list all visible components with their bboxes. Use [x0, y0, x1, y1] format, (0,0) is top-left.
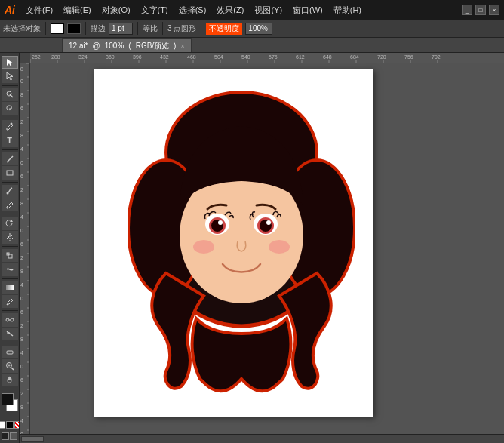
svg-text:8: 8: [20, 66, 23, 72]
mini-black-swatch[interactable]: [6, 421, 14, 429]
svg-line-19: [11, 368, 14, 370]
tool-select[interactable]: [2, 56, 18, 69]
svg-line-3: [7, 156, 13, 162]
svg-text:252: 252: [32, 54, 41, 60]
tool-magic-wand[interactable]: [2, 88, 18, 101]
svg-point-5: [6, 192, 8, 195]
tool-slice[interactable]: [2, 328, 18, 340]
svg-text:0: 0: [20, 228, 23, 233]
fg-color-swatch[interactable]: [2, 393, 14, 405]
options-bar: 未选择对象 描边 等比 3 点圆形 不透明度: [0, 20, 504, 38]
mini-color-swatches: [0, 421, 20, 429]
svg-text:6: 6: [20, 377, 23, 383]
title-bar: Ai 文件(F) 编辑(E) 对象(O) 文字(T) 选择(S) 效果(Z) 视…: [0, 0, 504, 20]
tool-sep-4: [2, 182, 18, 183]
canvas-area[interactable]: [30, 63, 504, 434]
svg-text:4: 4: [20, 146, 23, 152]
tool-eraser[interactable]: [2, 346, 18, 358]
tool-rect[interactable]: [2, 166, 18, 179]
tab-close-btn[interactable]: ×: [180, 42, 184, 50]
menu-edit[interactable]: 编辑(E): [59, 3, 96, 17]
menu-file[interactable]: 文件(F): [21, 3, 57, 17]
tool-direct-select[interactable]: [2, 69, 18, 82]
svg-text:4: 4: [20, 282, 23, 288]
menu-object[interactable]: 对象(O): [97, 3, 135, 17]
horizontal-scrollbar[interactable]: [20, 434, 504, 443]
svg-text:612: 612: [296, 54, 305, 60]
divider-5: [201, 22, 201, 35]
tool-pen[interactable]: [2, 120, 18, 133]
tool-blend[interactable]: [2, 313, 18, 326]
tool-sep-2: [2, 118, 18, 118]
canvas-wrapper: 252 288 324 360 396 432 46: [20, 53, 504, 443]
svg-rect-11: [6, 285, 14, 290]
tab-bar: 12.ai* @ 100% ( RGB/预览 ) ×: [0, 38, 504, 53]
tool-hand[interactable]: [2, 374, 18, 386]
horizontal-ruler: 252 288 324 360 396 432 46: [30, 53, 504, 63]
svg-text:2: 2: [20, 391, 23, 396]
tool-mirror[interactable]: [2, 231, 18, 244]
view-mode-btns: [2, 432, 17, 440]
tool-type[interactable]: T: [2, 134, 18, 147]
color-swatches: [0, 392, 20, 419]
svg-text:4: 4: [20, 418, 23, 423]
restore-btn[interactable]: □: [475, 5, 486, 15]
tool-lasso[interactable]: [2, 102, 18, 115]
tool-sep-9: [2, 343, 18, 343]
ruler-corner: [20, 53, 30, 63]
svg-point-118: [218, 220, 223, 225]
svg-text:360: 360: [106, 54, 115, 60]
tab-zoom: @: [93, 42, 100, 50]
tool-line[interactable]: [2, 152, 18, 165]
vertical-ruler: 8 0 8 6 2 8 4 0: [20, 63, 30, 434]
preview-mode-btn[interactable]: [10, 432, 17, 440]
svg-rect-17: [7, 351, 13, 354]
mini-none-2-swatch[interactable]: [14, 421, 20, 429]
svg-text:756: 756: [404, 54, 413, 60]
menu-text[interactable]: 文字(T): [137, 3, 173, 17]
menu-select[interactable]: 选择(S): [174, 3, 211, 17]
menu-view[interactable]: 视图(Y): [250, 3, 287, 17]
close-btn[interactable]: ×: [489, 5, 499, 15]
tool-eyedropper[interactable]: [2, 295, 18, 308]
menu-window[interactable]: 窗口(W): [288, 3, 327, 17]
tool-zoom[interactable]: [2, 359, 18, 372]
svg-text:504: 504: [214, 54, 223, 60]
svg-text:2: 2: [20, 323, 23, 328]
tool-warp[interactable]: [2, 263, 18, 275]
stroke-input[interactable]: [109, 23, 133, 35]
menu-effects[interactable]: 效果(Z): [212, 3, 248, 17]
character-illustration: [128, 77, 355, 409]
svg-text:6: 6: [20, 106, 23, 111]
svg-text:4: 4: [20, 350, 23, 355]
tool-gradient[interactable]: [2, 281, 18, 294]
tool-sep-1: [2, 85, 18, 86]
menu-bar: 文件(F) 编辑(E) 对象(O) 文字(T) 选择(S) 效果(Z) 视图(Y…: [21, 3, 366, 17]
h-scroll-thumb[interactable]: [21, 436, 44, 442]
tool-scale[interactable]: [2, 249, 18, 262]
divider-1: [45, 22, 46, 35]
stroke-swatch[interactable]: [67, 23, 81, 34]
svg-text:576: 576: [269, 54, 278, 60]
mini-none-swatch[interactable]: [0, 421, 5, 429]
app-logo: Ai: [5, 4, 15, 16]
svg-text:288: 288: [51, 54, 60, 60]
svg-line-15: [7, 331, 13, 336]
opacity-input[interactable]: [245, 23, 272, 35]
normal-mode-btn[interactable]: [2, 432, 9, 440]
tool-paintbrush[interactable]: [2, 185, 18, 198]
ratio-label: 等比: [143, 23, 158, 34]
divider-3: [137, 22, 138, 35]
tool-pencil[interactable]: [2, 198, 18, 211]
svg-text:8: 8: [20, 269, 23, 274]
document-tab[interactable]: 12.ai* @ 100% ( RGB/预览 ) ×: [62, 38, 192, 52]
svg-text:6: 6: [20, 174, 23, 179]
svg-text:0: 0: [20, 78, 23, 84]
svg-text:6: 6: [20, 241, 23, 247]
menu-help[interactable]: 帮助(H): [329, 3, 366, 17]
stroke-label: 描边: [91, 23, 106, 34]
svg-point-1: [7, 91, 11, 96]
fill-swatch[interactable]: [51, 23, 64, 34]
tool-rotate[interactable]: [2, 217, 18, 229]
minimize-btn[interactable]: _: [462, 5, 472, 15]
